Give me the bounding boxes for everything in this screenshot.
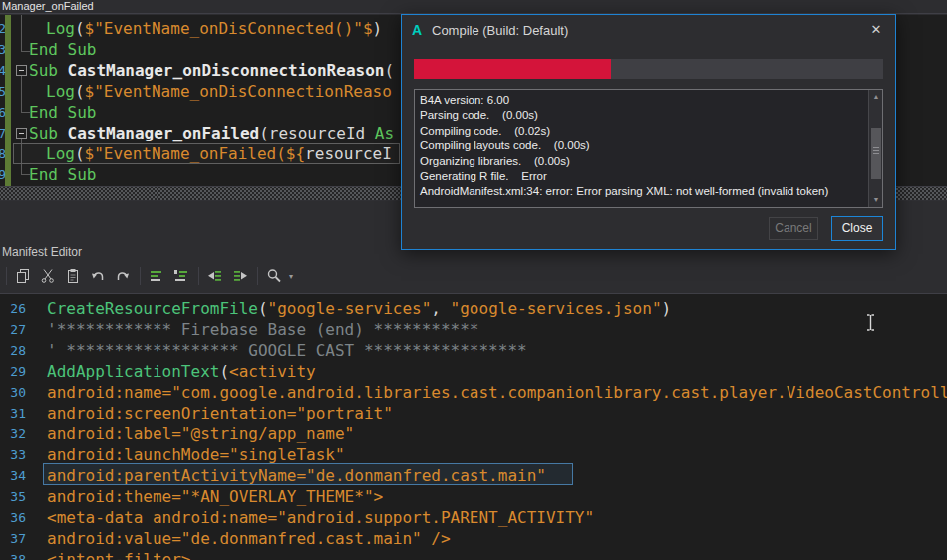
code-token: CastManager_onFailed bbox=[68, 124, 260, 142]
line-number: 2 bbox=[0, 18, 6, 39]
code-token: As bbox=[365, 124, 394, 142]
compile-progress-bar bbox=[414, 59, 883, 79]
code-line[interactable]: 34android:parentActivityName="de.donmanf… bbox=[0, 465, 947, 486]
line-number: 8 bbox=[0, 143, 6, 164]
toolbar-cut-button[interactable] bbox=[36, 264, 60, 288]
code-line[interactable]: 37android:value="de.donmanfred.cast.main… bbox=[0, 528, 947, 549]
code-token: android:screenOrientation="portrait" bbox=[47, 404, 393, 422]
line-number: 31 bbox=[0, 403, 26, 423]
line-number: 30 bbox=[0, 382, 26, 403]
code-line[interactable]: 36<meta-data android:name="android.suppo… bbox=[0, 507, 947, 528]
toolbar-separator bbox=[257, 267, 258, 285]
code-text: android:screenOrientation="portrait" bbox=[47, 403, 393, 423]
line-number: 34 bbox=[0, 465, 26, 486]
toolbar-undo-button[interactable] bbox=[86, 264, 110, 288]
code-text: <meta-data android:name="android.support… bbox=[47, 507, 594, 528]
line-number: 27 bbox=[0, 319, 26, 340]
cancel-button[interactable]: Cancel bbox=[769, 217, 818, 240]
code-line[interactable]: 35android:theme="*AN_OVERLAY_THEME*"> bbox=[0, 486, 947, 507]
close-icon[interactable]: ✕ bbox=[867, 21, 885, 39]
code-token: ( bbox=[384, 61, 394, 80]
line-number: 28 bbox=[0, 340, 26, 361]
comment-add-icon bbox=[149, 268, 164, 284]
code-token: ( bbox=[219, 362, 229, 381]
line-number: 35 bbox=[0, 486, 26, 507]
toolbar-comment-remove-button[interactable] bbox=[169, 264, 193, 288]
paste-icon bbox=[65, 268, 81, 284]
code-line[interactable]: 31android:screenOrientation="portrait" bbox=[0, 403, 947, 423]
manifest-toolbar: ▾ bbox=[0, 261, 947, 291]
code-token: "google-services" bbox=[268, 299, 432, 318]
b4a-ide-window: Manager_onFailed 2Log($"EventName_onDisC… bbox=[0, 0, 947, 560]
close-button[interactable]: Close bbox=[831, 216, 883, 241]
compile-dialog: A Compile (Build: Default) ✕ B4A version… bbox=[401, 14, 896, 250]
code-token: ( bbox=[259, 124, 269, 142]
code-line[interactable]: 38<intent-filter> bbox=[0, 549, 947, 560]
code-text: Sub CastManager_onFailed(resourceId As bbox=[29, 123, 394, 143]
line-number: 4 bbox=[0, 60, 6, 81]
toolbar-find-button[interactable] bbox=[262, 264, 286, 288]
b4a-logo-icon: A bbox=[412, 22, 422, 38]
scrollbar-thumb[interactable] bbox=[871, 128, 881, 179]
code-line[interactable]: 27'************ Firebase Base (end) ****… bbox=[0, 319, 947, 340]
code-text: android:launchMode="singleTask" bbox=[47, 444, 345, 465]
comment-remove-icon bbox=[173, 268, 189, 284]
code-text: ' ****************** GOOGLE CAST *******… bbox=[47, 340, 527, 361]
log-scrollbar[interactable]: ▲ ▼ bbox=[868, 90, 882, 207]
code-line[interactable]: 30android:name="com.google.android.libra… bbox=[0, 382, 947, 403]
scroll-down-icon[interactable]: ▼ bbox=[869, 193, 883, 207]
cut-icon bbox=[40, 268, 56, 284]
toolbar-paste-button[interactable] bbox=[61, 264, 85, 288]
fold-collapse-icon[interactable] bbox=[16, 128, 27, 139]
toolbar-shift-right-button[interactable] bbox=[228, 264, 252, 288]
toolbar-comment-add-button[interactable] bbox=[145, 264, 168, 288]
toolbar-overflow-icon[interactable]: ▾ bbox=[289, 272, 293, 281]
dialog-titlebar[interactable]: A Compile (Build: Default) ✕ bbox=[402, 15, 895, 47]
code-token: Sub bbox=[29, 124, 68, 142]
code-token: android:parentActivityName="de.donmanfre… bbox=[47, 466, 546, 485]
code-line[interactable]: 26CreateResourceFromFile("google-service… bbox=[0, 298, 947, 319]
log-line: Compiling layouts code. (0.00s) bbox=[415, 139, 867, 153]
code-text: End Sub bbox=[29, 39, 96, 60]
code-token: resourceId bbox=[269, 124, 365, 142]
code-line[interactable]: 32android:label="@string/app_name" bbox=[0, 423, 947, 444]
shift-right-icon bbox=[232, 268, 248, 284]
code-token: resourceI bbox=[305, 144, 392, 163]
line-number: 5 bbox=[0, 81, 6, 102]
code-token: End Sub bbox=[29, 103, 96, 122]
manifest-editor-panel: Manifest Editor ▾ 26CreateResourceFromFi… bbox=[0, 243, 947, 560]
scroll-up-icon[interactable]: ▲ bbox=[869, 90, 883, 104]
code-text: End Sub bbox=[29, 102, 96, 123]
code-token: <activity bbox=[229, 362, 316, 381]
toolbar-shift-left-button[interactable] bbox=[203, 264, 227, 288]
code-text: <intent-filter> bbox=[47, 549, 191, 560]
code-token: CreateResourceFromFile bbox=[47, 299, 258, 318]
code-token: android:label="@string/app_name" bbox=[47, 424, 354, 443]
toolbar-redo-button[interactable] bbox=[111, 264, 135, 288]
code-token: ) bbox=[373, 19, 383, 38]
code-text: AddApplicationText(<activity bbox=[47, 361, 316, 382]
line-number: 7 bbox=[0, 123, 6, 143]
copy-icon bbox=[15, 268, 31, 284]
log-line: Generating R file. Error bbox=[415, 169, 867, 184]
code-line[interactable]: 28' ****************** GOOGLE CAST *****… bbox=[0, 340, 947, 361]
fold-collapse-icon[interactable] bbox=[16, 65, 27, 76]
code-text: Log($"EventName_onFailed(${resourceI bbox=[46, 143, 392, 164]
code-token: $"EventName_onFailed(${ bbox=[85, 144, 306, 163]
toolbar-copy-button[interactable] bbox=[11, 264, 35, 288]
line-number: 36 bbox=[0, 507, 26, 528]
code-token: $"EventName_onDisConnectionReaso bbox=[85, 82, 392, 101]
compile-log[interactable]: B4A version: 6.00Parsing code. (0.00s)Co… bbox=[414, 89, 883, 208]
current-sub-label[interactable]: Manager_onFailed bbox=[2, 0, 94, 12]
line-number: 29 bbox=[0, 361, 26, 382]
code-line[interactable]: 33android:launchMode="singleTask" bbox=[0, 444, 947, 465]
code-line[interactable]: 29AddApplicationText(<activity bbox=[0, 361, 947, 382]
code-token: End Sub bbox=[29, 40, 96, 59]
manifest-code-editor[interactable]: 26CreateResourceFromFile("google-service… bbox=[0, 293, 947, 560]
code-token: $"EventName_onDisConnected()"$ bbox=[85, 19, 373, 38]
code-token: End Sub bbox=[29, 165, 96, 184]
code-token: ) bbox=[662, 299, 672, 318]
code-token: ( bbox=[75, 19, 85, 38]
log-line: AndroidManifest.xml:34: error: Error par… bbox=[415, 184, 867, 199]
line-number: 37 bbox=[0, 528, 26, 549]
